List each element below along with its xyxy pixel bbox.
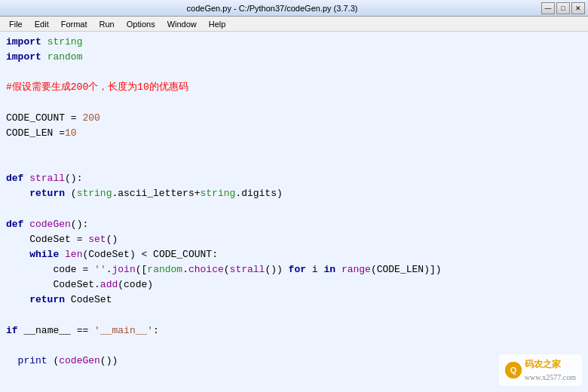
title-controls: — □ ✕ [541,2,585,14]
close-button[interactable]: ✕ [571,2,585,14]
code-line: CodeSet = set() [6,232,582,247]
menu-window[interactable]: Window [161,18,203,30]
code-line [6,202,582,217]
code-line [6,65,582,80]
watermark-label: 码农之家 www.x2577.com [525,357,576,383]
code-line: return (string.ascii_letters+string.digi… [6,186,582,201]
code-line: def strall(): [6,171,582,186]
title-bar: codeGen.py - C:/Python37/codeGen.py (3.7… [0,0,588,17]
code-line: def codeGen(): [6,217,582,232]
code-line-comment: #假设需要生成200个，长度为10的优惠码 [6,80,582,95]
code-line: if __name__ == '__main__': [6,323,582,338]
watermark-logo: Q [505,362,522,378]
menu-help[interactable]: Help [203,18,232,30]
code-line [6,96,582,111]
title-text: codeGen.py - C:/Python37/codeGen.py (3.7… [3,4,541,13]
code-line: CodeSet.add(code) [6,277,582,292]
menu-edit[interactable]: Edit [29,18,55,30]
maximize-button[interactable]: □ [556,2,570,14]
menu-options[interactable]: Options [121,18,161,30]
menu-format[interactable]: Format [55,18,93,30]
menu-file[interactable]: File [3,18,29,30]
code-line: CODE_LEN =10 [6,126,582,141]
code-line: CODE_COUNT = 200 [6,111,582,126]
code-line [6,156,582,171]
code-line [6,308,582,323]
watermark: Q 码农之家 www.x2577.com [499,354,582,386]
code-line: import random [6,50,582,65]
code-line [6,338,582,354]
minimize-button[interactable]: — [541,2,555,14]
code-line: code = ''.join([random.choice(strall()) … [6,262,582,277]
code-line [6,141,582,156]
menu-bar: File Edit Format Run Options Window Help [0,17,588,32]
code-editor[interactable]: import string import random #假设需要生成200个，… [0,32,588,392]
code-line: return CodeSet [6,292,582,308]
code-line: while len(CodeSet) < CODE_COUNT: [6,247,582,262]
code-line: import string [6,35,582,50]
code-line: print (codeGen()) [6,354,582,369]
svg-text:Q: Q [510,366,516,375]
menu-run[interactable]: Run [93,18,121,30]
